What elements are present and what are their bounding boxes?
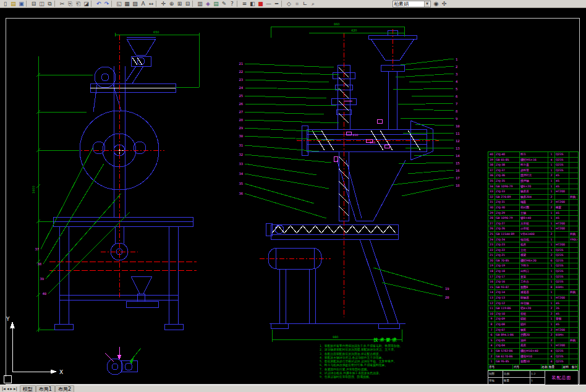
match-properties-icon[interactable]: ◪ [82, 1, 90, 7]
tab-nav-arrow-icon[interactable]: |◂ [2, 386, 6, 391]
help-icon[interactable]: ? [228, 1, 236, 7]
tab-nav-arrow-icon[interactable]: ▸ [10, 386, 12, 391]
pan-icon[interactable]: ✛ [159, 1, 168, 7]
technical-notes: 技术要求 1、装配前所有零件用煤油清洗干净,不得有毛刺、铁屑等杂物。2、滚动轴承… [320, 337, 452, 380]
text-icon[interactable]: A [139, 1, 147, 7]
style-combo[interactable]: 柏素娟 ▾ [393, 1, 431, 7]
part-balloon: 10 [456, 124, 460, 128]
tool-palettes-icon[interactable]: ▤ [212, 1, 220, 7]
bom-cell-no: 12 [488, 301, 495, 306]
linetype-icon[interactable]: — [265, 1, 273, 7]
part-balloon: 25 [239, 94, 243, 98]
separator[interactable] [237, 1, 240, 7]
bom-cell-note [569, 359, 578, 364]
bom-cell-code: ZXJ-21 [495, 253, 520, 258]
redo-icon[interactable]: ↷ [103, 1, 111, 7]
bom-cell-material: 45 [555, 211, 569, 216]
part-balloon: 5 [456, 87, 457, 91]
bom-cell-note [569, 354, 578, 359]
find-icon[interactable]: ⌕ [309, 1, 317, 7]
layout-tab-nav[interactable]: |◂◂▸▸| [1, 386, 18, 391]
bom-cell-material: HT200 [555, 328, 569, 333]
bom-cell-code: GB 1096-79 [495, 216, 520, 221]
drawing-canvas[interactable]: 650 860 420 980 1600 Φ30 Φ45 1 2 3 4 5 6… [0, 8, 586, 385]
color-swatch-icon[interactable]: ■ [257, 1, 265, 7]
bom-row: 10 ZXJ-10 齿轮 2 45 [488, 312, 578, 317]
copy-icon[interactable]: ⎘ [66, 1, 74, 7]
bom-cell-code: ZXJ-40 [495, 152, 520, 157]
lineweight-icon[interactable]: ━ [273, 1, 281, 7]
named-views-icon[interactable]: ◉ [432, 1, 440, 7]
bom-cell-qty: 1 [548, 242, 555, 247]
plot-icon[interactable]: ⊟ [30, 1, 38, 7]
dimension-icon[interactable]: ↔ [147, 1, 155, 7]
insert-block-icon[interactable]: ◱ [115, 1, 123, 7]
osnap-icon[interactable]: ◇ [285, 1, 293, 7]
separator[interactable] [192, 1, 195, 7]
status-bar: |◂◂▸▸| 模型布局1布局2 [0, 385, 586, 392]
bom-cell-qty: 2 [548, 328, 555, 333]
bom-cell-name: 齿轮 [520, 312, 548, 317]
bom-cell-no: 25 [488, 232, 495, 237]
separator[interactable] [156, 1, 159, 7]
3d-orbit-icon[interactable]: ✣ [440, 1, 448, 7]
undo-icon[interactable]: ↶ [95, 1, 103, 7]
bom-cell-name: 搅拌叶片 [520, 173, 548, 178]
qty-label: 数量 [503, 378, 530, 385]
bom-cell-material [555, 232, 569, 237]
bom-cell-code: ZXJ-08 [495, 322, 520, 327]
bom-cell-no: 16 [488, 279, 495, 284]
ortho-icon[interactable]: ∟ [301, 1, 309, 7]
bom-cell-note [569, 205, 578, 210]
bom-header-cell: 名称 [541, 365, 548, 370]
properties-icon[interactable]: ▥ [196, 1, 204, 7]
bom-cell-no: 33 [488, 189, 495, 194]
part-balloon: 35 [239, 182, 243, 185]
hatch-icon[interactable]: ▨ [131, 1, 139, 7]
part-balloon: 30 [239, 134, 243, 138]
markup-icon[interactable]: ✎ [220, 1, 228, 7]
bom-cell-name: 螺栓M10×40 [520, 349, 548, 354]
zoom-previous-icon[interactable]: ⊟ [184, 1, 192, 7]
bom-cell-note [569, 200, 578, 205]
part-balloon: 11 [456, 132, 460, 135]
separator[interactable] [54, 1, 57, 7]
bom-cell-no: 13 [488, 296, 495, 300]
tab-nav-arrow-icon[interactable]: ▸| [14, 386, 17, 391]
new-icon[interactable]: ▯ [1, 1, 9, 7]
layers-icon[interactable]: ≡ [240, 1, 248, 7]
table-icon[interactable]: ▦ [123, 1, 131, 7]
bom-row: 8 ZXJ-08 蜗杆 1 45 [488, 322, 578, 328]
designcenter-icon[interactable]: ◈ [204, 1, 212, 7]
tab-nav-arrow-icon[interactable]: ◂ [7, 386, 9, 391]
save-icon[interactable]: ▣ [17, 1, 25, 7]
separator[interactable] [111, 1, 114, 7]
plot-preview-icon[interactable]: ◫ [38, 1, 46, 7]
layout-tab[interactable]: 模型 [20, 385, 36, 392]
grid-icon[interactable]: ⌗ [293, 1, 301, 7]
cut-icon[interactable]: ✂ [58, 1, 66, 7]
separator[interactable] [91, 1, 94, 7]
layer-previous-icon[interactable]: ◧ [248, 1, 257, 7]
separator[interactable] [26, 1, 29, 7]
layout-tab[interactable]: 布局1 [36, 385, 55, 392]
paste-icon[interactable]: ⎗ [74, 1, 82, 7]
bom-cell-code: ZXJ-09 [495, 317, 520, 322]
separator[interactable] [281, 1, 284, 7]
part-balloon: 32 [239, 153, 243, 156]
bom-cell-code: GB 276-89 [495, 195, 520, 200]
zoom-window-icon[interactable]: ⊞ [176, 1, 184, 7]
open-icon[interactable]: ▤ [9, 1, 17, 7]
bom-row: 23 ZXJ-23 机座 1 HT200 [488, 242, 578, 248]
bom-cell-code: GB 119-86 [495, 306, 520, 311]
bom-cell-qty: 1 [548, 275, 555, 279]
bom-cell-qty: 1 [548, 189, 555, 194]
dimension-texts: 650 860 420 980 1600 [32, 22, 357, 339]
zoom-realtime-icon[interactable]: ⊕ [168, 1, 176, 7]
publish-icon[interactable]: ⧉ [46, 1, 54, 7]
layout-tab[interactable]: 布局2 [55, 385, 74, 392]
bom-cell-material: 青铜 [555, 317, 569, 322]
bom-cell-no: 5 [488, 338, 495, 343]
bom-cell-material: HT200 [555, 296, 569, 300]
chevron-down-icon[interactable]: ▾ [424, 1, 430, 7]
